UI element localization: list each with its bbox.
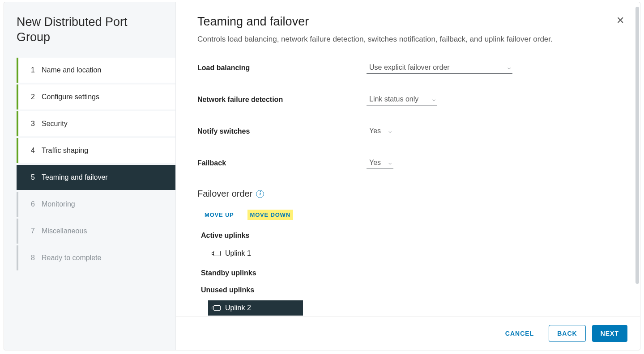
- failover-order-title: Failover order i: [197, 189, 618, 199]
- wizard-step-label: Configure settings: [42, 93, 99, 101]
- main-content: Teaming and failover Controls load balan…: [176, 2, 640, 316]
- wizard-step-number: 3: [31, 120, 42, 128]
- select-notify-switches[interactable]: Yes ⌵: [367, 125, 393, 137]
- select-failure-detection[interactable]: Link status only ⌵: [367, 93, 437, 105]
- wizard-step-number: 4: [31, 147, 42, 155]
- chevron-down-icon: ⌵: [432, 96, 435, 102]
- row-notify-switches: Notify switches Yes ⌵: [197, 125, 618, 137]
- wizard-step-8: 8Ready to complete: [17, 245, 175, 270]
- info-icon[interactable]: i: [256, 190, 264, 198]
- back-button[interactable]: BACK: [549, 325, 585, 342]
- wizard-step-label: Traffic shaping: [42, 147, 88, 155]
- chevron-down-icon: ⌵: [388, 128, 392, 134]
- select-failback-value: Yes: [369, 159, 381, 167]
- row-failure-detection: Network failure detection Link status on…: [197, 93, 618, 105]
- wizard-step-2[interactable]: 2Configure settings: [17, 84, 175, 110]
- select-load-balancing-value: Use explicit failover order: [369, 63, 450, 72]
- nic-icon: [213, 251, 221, 256]
- uplink-group-active: Active uplinks: [197, 229, 618, 242]
- wizard-step-label: Miscellaneous: [42, 227, 87, 235]
- label-load-balancing: Load balancing: [197, 64, 367, 72]
- wizard-step-3[interactable]: 3Security: [17, 111, 175, 136]
- wizard-step-4[interactable]: 4Traffic shaping: [17, 138, 175, 163]
- wizard-title: New Distributed Port Group: [4, 15, 175, 58]
- move-up-button[interactable]: MOVE UP: [202, 210, 237, 220]
- uplink-group-standby: Standby uplinks: [197, 266, 618, 280]
- wizard-step-5[interactable]: 5Teaming and failover: [17, 165, 175, 190]
- wizard-step-number: 5: [31, 173, 42, 181]
- wizard-step-label: Ready to complete: [42, 254, 101, 262]
- select-load-balancing[interactable]: Use explicit failover order ⌵: [367, 62, 512, 74]
- select-failure-detection-value: Link status only: [369, 95, 418, 103]
- wizard-main: ✕ Teaming and failover Controls load bal…: [176, 2, 640, 350]
- uplink-item[interactable]: Uplink 1: [208, 246, 303, 261]
- wizard-sidebar: New Distributed Port Group 1Name and loc…: [4, 2, 176, 350]
- wizard-steps: 1Name and location2Configure settings3Se…: [4, 58, 175, 272]
- scrollbar[interactable]: [635, 7, 639, 284]
- label-failure-detection: Network failure detection: [197, 96, 367, 104]
- wizard-step-number: 8: [31, 254, 42, 262]
- wizard-step-1[interactable]: 1Name and location: [17, 58, 175, 83]
- uplink-item-label: Uplink 2: [225, 304, 251, 312]
- move-buttons: MOVE UP MOVE DOWN: [197, 210, 618, 220]
- wizard-step-label: Monitoring: [42, 200, 75, 208]
- wizard-step-7: 7Miscellaneous: [17, 219, 175, 244]
- uplink-item-label: Uplink 1: [225, 249, 251, 257]
- uplink-group-unused: Unused uplinks: [197, 283, 618, 297]
- failover-groups: Active uplinksUplink 1Standby uplinksUnu…: [197, 229, 618, 316]
- wizard-step-number: 1: [31, 66, 42, 74]
- wizard-step-label: Teaming and failover: [42, 173, 108, 181]
- wizard-dialog: New Distributed Port Group 1Name and loc…: [4, 2, 640, 350]
- wizard-step-number: 2: [31, 93, 42, 101]
- move-down-button[interactable]: MOVE DOWN: [247, 210, 293, 220]
- select-notify-switches-value: Yes: [369, 127, 381, 135]
- failover-order-label: Failover order: [197, 189, 252, 199]
- page-description: Controls load balancing, network failure…: [197, 35, 618, 44]
- wizard-step-6: 6Monitoring: [17, 192, 175, 217]
- chevron-down-icon: ⌵: [388, 160, 392, 166]
- page-title: Teaming and failover: [197, 15, 618, 29]
- wizard-step-label: Security: [42, 120, 68, 128]
- row-failback: Failback Yes ⌵: [197, 157, 618, 169]
- wizard-step-number: 6: [31, 200, 42, 208]
- label-failback: Failback: [197, 159, 367, 167]
- cancel-button[interactable]: CANCEL: [497, 325, 542, 342]
- select-failback[interactable]: Yes ⌵: [367, 157, 393, 169]
- label-notify-switches: Notify switches: [197, 127, 367, 135]
- nic-icon: [213, 305, 221, 311]
- wizard-step-number: 7: [31, 227, 42, 235]
- wizard-step-label: Name and location: [42, 66, 101, 74]
- wizard-footer: CANCEL BACK NEXT: [176, 316, 640, 350]
- close-icon[interactable]: ✕: [615, 16, 626, 26]
- chevron-down-icon: ⌵: [508, 64, 511, 71]
- next-button[interactable]: NEXT: [592, 325, 627, 342]
- row-load-balancing: Load balancing Use explicit failover ord…: [197, 62, 618, 74]
- uplink-item[interactable]: Uplink 2: [208, 300, 303, 316]
